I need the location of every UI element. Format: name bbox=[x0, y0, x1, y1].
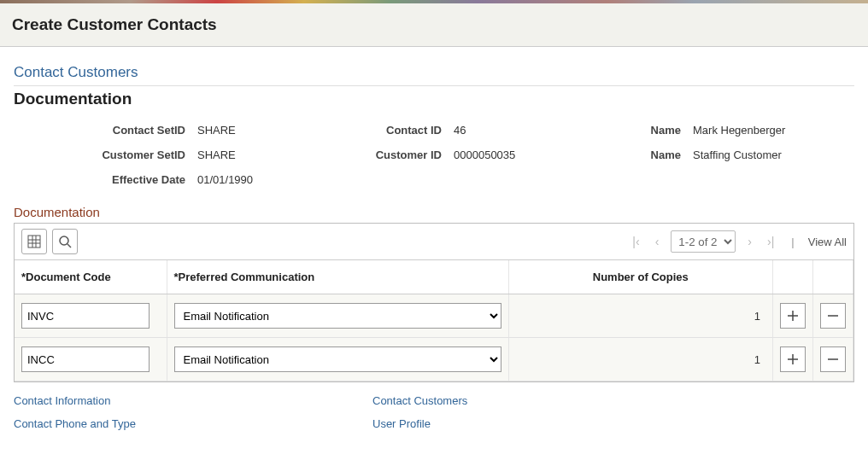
next-page-button[interactable]: › bbox=[744, 235, 755, 248]
grid-title: Documentation bbox=[14, 205, 854, 219]
find-button[interactable] bbox=[52, 229, 78, 254]
col-document-code[interactable]: *Document Code bbox=[15, 260, 167, 294]
delete-row-button[interactable] bbox=[820, 303, 846, 329]
value-contact-id: 46 bbox=[454, 124, 590, 137]
col-number-of-copies[interactable]: Number of Copies bbox=[508, 260, 773, 294]
page-header: Create Customer Contacts bbox=[0, 3, 868, 47]
delete-row-button[interactable] bbox=[820, 346, 846, 372]
documentation-grid: |‹ ‹ 1-2 of 2 › ›| | View All *Document … bbox=[14, 223, 854, 382]
number-of-copies-value: 1 bbox=[508, 338, 773, 381]
link-contact-phone-and-type[interactable]: Contact Phone and Type bbox=[14, 417, 372, 430]
grid-icon bbox=[27, 235, 41, 248]
value-contact-setid: SHARE bbox=[197, 124, 334, 137]
link-contact-customers[interactable]: Contact Customers bbox=[372, 394, 854, 407]
section-title: Documentation bbox=[14, 90, 854, 108]
value-contact-name: Mark Hegenberger bbox=[693, 124, 854, 137]
value-customer-name: Staffing Customer bbox=[693, 148, 854, 161]
label-contact-setid: Contact SetID bbox=[14, 124, 197, 137]
svg-point-5 bbox=[60, 236, 68, 245]
number-of-copies-value: 1 bbox=[508, 294, 773, 338]
label-effective-date: Effective Date bbox=[14, 173, 197, 186]
document-code-input[interactable] bbox=[22, 304, 176, 328]
col-delete bbox=[813, 260, 853, 294]
svg-line-6 bbox=[67, 244, 71, 247]
search-icon bbox=[58, 235, 72, 248]
col-preferred-communication[interactable]: *Preferred Communication bbox=[167, 260, 508, 294]
page-title: Create Customer Contacts bbox=[12, 15, 854, 34]
label-customer-id: Customer ID bbox=[334, 148, 454, 161]
label-customer-name: Name bbox=[590, 148, 693, 161]
pager-separator: | bbox=[791, 236, 794, 248]
last-page-button[interactable]: ›| bbox=[764, 235, 777, 248]
label-customer-setid: Customer SetID bbox=[14, 148, 197, 161]
pager: |‹ ‹ 1-2 of 2 › ›| | View All bbox=[629, 230, 847, 253]
link-contact-information[interactable]: Contact Information bbox=[14, 394, 372, 407]
label-contact-name: Name bbox=[590, 124, 693, 137]
personalize-grid-button[interactable] bbox=[21, 229, 47, 254]
view-all-link[interactable]: View All bbox=[808, 236, 847, 248]
value-customer-id: 0000050035 bbox=[454, 148, 590, 161]
table-row: Email Notification 1 bbox=[15, 338, 853, 381]
documentation-table: *Document Code *Preferred Communication … bbox=[15, 260, 853, 381]
plus-icon bbox=[787, 353, 799, 365]
info-grid: Contact SetID SHARE Contact ID 46 Name M… bbox=[14, 124, 854, 186]
label-contact-id: Contact ID bbox=[334, 124, 454, 137]
table-row: Email Notification 1 bbox=[15, 294, 853, 338]
breadcrumb-link[interactable]: Contact Customers bbox=[14, 64, 138, 81]
svg-rect-0 bbox=[28, 236, 40, 247]
first-page-button[interactable]: |‹ bbox=[629, 235, 642, 248]
bottom-links: Contact Information Contact Customers Co… bbox=[14, 394, 854, 430]
page-range-select[interactable]: 1-2 of 2 bbox=[671, 230, 736, 253]
grid-toolbar: |‹ ‹ 1-2 of 2 › ›| | View All bbox=[15, 224, 853, 260]
minus-icon bbox=[827, 310, 839, 322]
divider bbox=[14, 85, 854, 86]
link-user-profile[interactable]: User Profile bbox=[372, 417, 854, 430]
document-code-input[interactable] bbox=[22, 347, 176, 371]
preferred-communication-select[interactable]: Email Notification bbox=[174, 303, 501, 329]
preferred-communication-select[interactable]: Email Notification bbox=[174, 346, 501, 372]
add-row-button[interactable] bbox=[780, 346, 806, 372]
value-customer-setid: SHARE bbox=[197, 148, 334, 161]
add-row-button[interactable] bbox=[780, 303, 806, 329]
minus-icon bbox=[827, 353, 839, 365]
document-code-lookup bbox=[21, 346, 150, 372]
plus-icon bbox=[787, 310, 799, 322]
prev-page-button[interactable]: ‹ bbox=[652, 235, 663, 248]
document-code-lookup bbox=[21, 303, 150, 329]
value-effective-date: 01/01/1990 bbox=[197, 173, 334, 186]
col-add bbox=[773, 260, 813, 294]
